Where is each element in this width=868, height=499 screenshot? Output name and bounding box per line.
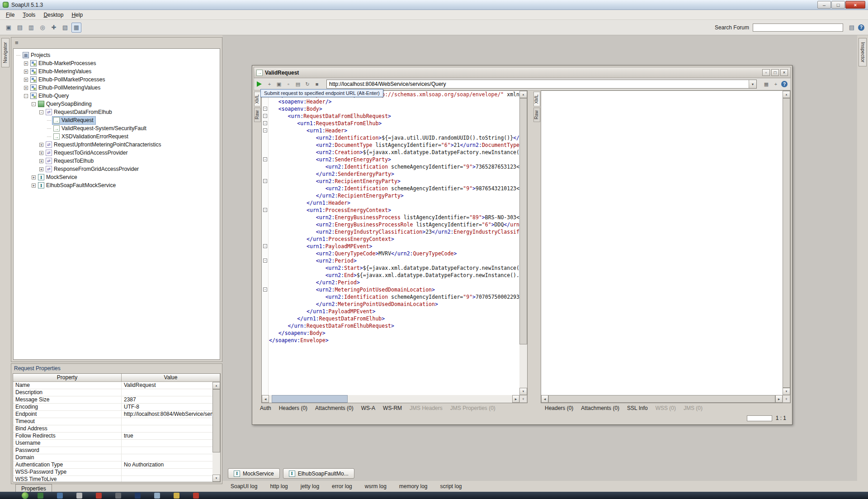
- submit-request-button[interactable]: [257, 81, 262, 87]
- tree-toggle-icon[interactable]: +: [39, 159, 43, 163]
- scroll-right-icon[interactable]: ▶: [512, 395, 519, 403]
- tree-item-projects[interactable]: Projects: [14, 51, 220, 59]
- tree-item-querysoapbinding[interactable]: -QuerySoapBinding: [14, 100, 220, 108]
- taskbar-icon[interactable]: [135, 493, 141, 499]
- clone-request-icon[interactable]: ▤: [294, 80, 302, 88]
- property-row[interactable]: Bind Address: [13, 425, 220, 433]
- log-tab-script-log[interactable]: script log: [440, 483, 462, 490]
- preferences-icon[interactable]: ✚: [49, 23, 59, 33]
- taskbar-icon[interactable]: [174, 493, 179, 499]
- fold-toggle-icon[interactable]: -: [263, 121, 267, 125]
- tree-item-requestdatafromelhub[interactable]: -RequestDataFromElhub: [14, 108, 220, 116]
- close-window-icon[interactable]: ×: [780, 69, 788, 76]
- response-horizontal-scrollbar[interactable]: ◀ ▶: [541, 395, 783, 403]
- scroll-thumb[interactable]: [519, 98, 527, 344]
- tree-toggle-icon[interactable]: -: [32, 102, 36, 106]
- tree-toggle-icon[interactable]: +: [24, 61, 28, 66]
- property-row[interactable]: Username: [13, 440, 220, 447]
- tree-toggle-icon[interactable]: +: [39, 151, 43, 155]
- tab-auth[interactable]: Auth: [260, 405, 271, 411]
- fold-toggle-icon[interactable]: -: [263, 114, 267, 118]
- editor-tab-raw[interactable]: Raw: [254, 108, 261, 122]
- tree-toggle-icon[interactable]: +: [24, 70, 28, 74]
- inspector-dock-tab[interactable]: Inspector: [859, 38, 867, 66]
- import-workspace-icon[interactable]: ▤: [15, 23, 25, 33]
- tab-attachments-0[interactable]: Attachments (0): [315, 405, 354, 411]
- taskbar-icon[interactable]: [115, 493, 121, 499]
- fold-toggle-icon[interactable]: -: [263, 287, 267, 292]
- fold-toggle-icon[interactable]: -: [263, 157, 267, 161]
- property-row[interactable]: Follow Redirectstrue: [13, 433, 220, 440]
- editor-zoom-icon[interactable]: +: [519, 395, 527, 403]
- tree-toggle-icon[interactable]: +: [39, 167, 43, 171]
- request-horizontal-scrollbar[interactable]: ◀ ▶: [262, 395, 519, 403]
- tree-item-xsdvalidationerrorrequest[interactable]: XSDValidationErrorRequest: [14, 132, 220, 141]
- tab-ws-rm[interactable]: WS-RM: [383, 405, 402, 411]
- request-xml-content[interactable]: <soapenv:Envelope xmlns:soapenv="http://…: [269, 91, 519, 395]
- log-tab-error-log[interactable]: error log: [332, 483, 352, 490]
- cancel-request-icon[interactable]: ■: [313, 80, 321, 88]
- endpoint-dropdown-icon[interactable]: ▼: [749, 80, 756, 88]
- tree-item-elhub-meteringvalues[interactable]: +Elhub-MeteringValues: [14, 67, 220, 75]
- editor-zoom-icon[interactable]: +: [783, 395, 790, 403]
- scroll-down-icon[interactable]: ▼: [519, 388, 527, 395]
- property-row[interactable]: WSS-Password Type: [13, 469, 220, 476]
- tree-item-responsefromgridaccessprovider[interactable]: +ResponseFromGridAccessProvider: [14, 165, 220, 173]
- scroll-thumb[interactable]: [783, 98, 790, 388]
- property-row[interactable]: Domain: [13, 454, 220, 461]
- fold-toggle-icon[interactable]: -: [263, 128, 267, 132]
- tree-toggle-icon[interactable]: -: [24, 94, 28, 98]
- log-tab-soapui-log[interactable]: SoapUI log: [231, 483, 257, 490]
- request-window-titlebar[interactable]: ValidRequest ▫ □ ×: [254, 67, 791, 78]
- save-all-icon[interactable]: ▥: [26, 23, 36, 33]
- create-empty-icon[interactable]: ▫: [284, 80, 292, 88]
- tab-ssl-info[interactable]: SSL Info: [627, 405, 648, 411]
- property-row[interactable]: NameValidRequest: [13, 382, 220, 389]
- tree-item-requestupfrontmeteringpointcharacteristics[interactable]: +RequestUpfrontMeteringPointCharacterist…: [14, 141, 220, 149]
- fold-toggle-icon[interactable]: -: [263, 259, 267, 263]
- forum-archive-icon[interactable]: ▤: [847, 23, 857, 33]
- tree-item-elhub-pollmarketprocesses[interactable]: +Elhub-PollMarketProcesses: [14, 75, 220, 84]
- tree-item-validrequest[interactable]: ValidRequest: [14, 116, 220, 124]
- scroll-up-icon[interactable]: ▲: [783, 91, 790, 98]
- fold-toggle-icon[interactable]: -: [263, 107, 267, 111]
- editor-splitter[interactable]: [528, 90, 533, 403]
- tree-toggle-icon[interactable]: +: [32, 175, 36, 179]
- tab-attachments-0[interactable]: Attachments (0): [581, 405, 619, 411]
- taskbar-icon[interactable]: [38, 493, 43, 499]
- navigator-options-icon[interactable]: ≡: [15, 39, 19, 46]
- tree-item-elhub-marketprocesses[interactable]: +Elhub-MarketProcesses: [14, 59, 220, 67]
- tree-item-elhub-query[interactable]: -Elhub-Query: [14, 92, 220, 100]
- editor-tab-xml[interactable]: XML: [533, 92, 540, 107]
- help-icon[interactable]: ?: [781, 81, 788, 87]
- tab-ws-a[interactable]: WS-A: [361, 405, 375, 411]
- taskbar-icon[interactable]: [154, 493, 160, 499]
- scroll-left-icon[interactable]: ◀: [541, 395, 548, 403]
- property-row[interactable]: EncodingUTF-8: [13, 404, 220, 411]
- taskbar-icon[interactable]: [57, 493, 63, 499]
- scroll-thumb[interactable]: [212, 389, 220, 452]
- scroll-thumb[interactable]: [272, 395, 348, 403]
- tree-item-requesttoelhub[interactable]: +RequestToElhub: [14, 157, 220, 165]
- minimize-window-icon[interactable]: ▫: [762, 69, 770, 76]
- proxy-icon[interactable]: ▧: [60, 23, 70, 33]
- log-tab-memory-log[interactable]: memory log: [399, 483, 428, 490]
- tab-headers-0[interactable]: Headers (0): [545, 405, 573, 411]
- property-row[interactable]: Message Size2387: [13, 396, 220, 404]
- scroll-thumb[interactable]: [548, 395, 775, 403]
- tree-item-mockservice[interactable]: +MockService: [14, 173, 220, 181]
- add-to-mockservice-icon[interactable]: ▣: [275, 80, 283, 88]
- request-xml-editor[interactable]: ---------- <soapenv:Envelope xmlns:soape…: [261, 90, 528, 403]
- scroll-up-icon[interactable]: ▲: [519, 91, 527, 98]
- log-tab-jetty-log[interactable]: jetty log: [301, 483, 319, 490]
- editor-tab-raw[interactable]: Raw: [533, 108, 540, 122]
- menu-tools[interactable]: Tools: [19, 10, 39, 19]
- tree-item-validrequest-system-securityfault[interactable]: ValidRequest-System/SecurityFault: [14, 124, 220, 132]
- menu-file[interactable]: File: [2, 10, 19, 19]
- close-button[interactable]: ×: [845, 1, 865, 9]
- request-vertical-scrollbar[interactable]: ▲ ▼: [519, 91, 527, 395]
- maximize-window-icon[interactable]: □: [771, 69, 779, 76]
- log-tab-http-log[interactable]: http log: [270, 483, 288, 490]
- navigator-dock-tab[interactable]: Navigator: [1, 38, 9, 67]
- recreate-request-icon[interactable]: ↻: [303, 80, 311, 88]
